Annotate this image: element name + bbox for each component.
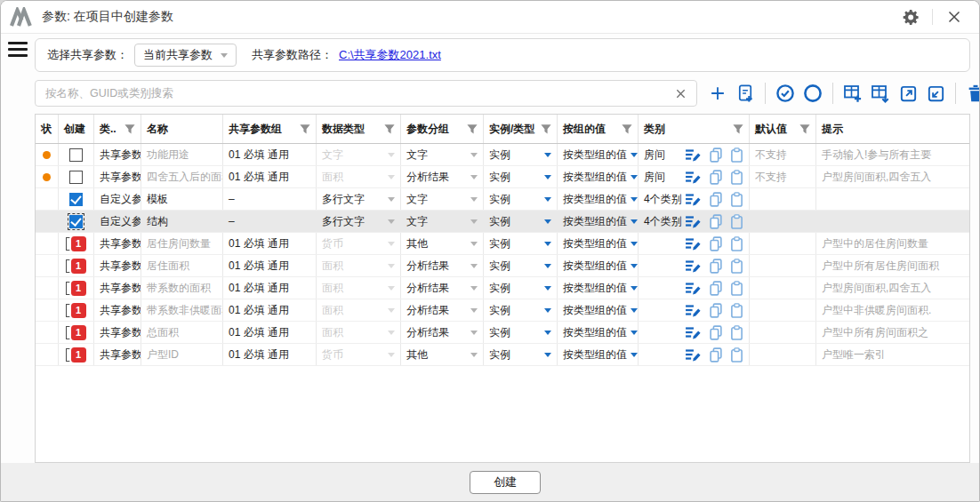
shared-params-path-link[interactable]: C:\共享参数2021.txt xyxy=(339,47,441,63)
param-group-select[interactable]: 分析结果 xyxy=(401,277,484,299)
clear-search-icon[interactable] xyxy=(672,85,688,101)
param-group-select[interactable]: 分析结果 xyxy=(401,166,484,187)
create-checkbox[interactable]: 1 xyxy=(66,236,87,251)
paste-icon[interactable] xyxy=(730,325,743,340)
copy-icon[interactable] xyxy=(709,147,723,163)
filter-icon[interactable] xyxy=(299,124,311,135)
import-icon[interactable] xyxy=(924,82,947,105)
param-group-select[interactable]: 分析结果 xyxy=(401,299,484,321)
table-row[interactable]: 1共享参数居住房间数量01 必填 通用货币其他实例按类型组的值户型中的居住房间数… xyxy=(36,233,969,255)
table-row[interactable]: 1共享参数总面积01 必填 通用面积分析结果实例按类型组的值户型中所有房间面积之 xyxy=(36,322,969,344)
edit-categories-icon[interactable] xyxy=(685,237,702,251)
table-add-icon[interactable] xyxy=(841,82,864,105)
paste-icon[interactable] xyxy=(730,281,743,296)
hamburger-menu-icon[interactable] xyxy=(8,42,28,57)
close-icon[interactable] xyxy=(942,4,967,29)
paste-icon[interactable] xyxy=(730,170,743,185)
paste-icon[interactable] xyxy=(730,303,743,318)
create-checkbox[interactable]: 1 xyxy=(66,347,87,363)
values-by-group-select[interactable]: 按类型组的值 xyxy=(558,144,639,165)
copy-icon[interactable] xyxy=(709,214,723,229)
create-button[interactable]: 创建 xyxy=(470,471,541,494)
values-by-group-select[interactable]: 按类型组的值 xyxy=(558,299,639,321)
paste-icon[interactable] xyxy=(730,192,743,207)
values-by-group-select[interactable]: 按类型组的值 xyxy=(558,166,639,187)
create-checkbox[interactable] xyxy=(69,215,83,228)
export-icon[interactable] xyxy=(896,82,920,105)
paste-icon[interactable] xyxy=(730,147,743,163)
table-row[interactable]: 1共享参数居住面积01 必填 通用面积分析结果实例按类型组的值户型中所有居住房间… xyxy=(36,255,969,277)
param-group-select[interactable]: 其他 xyxy=(401,344,484,365)
instance-type-select[interactable]: 实例 xyxy=(484,166,558,187)
copy-icon[interactable] xyxy=(709,325,723,340)
paste-icon[interactable] xyxy=(730,347,743,363)
data-type-select[interactable]: 多行文字 xyxy=(317,211,401,232)
copy-icon[interactable] xyxy=(709,236,723,251)
table-row[interactable]: 共享参数功能用途01 必填 通用文字文字实例按类型组的值房间不支持手动输入!参与… xyxy=(36,144,969,166)
edit-categories-icon[interactable] xyxy=(685,171,702,184)
edit-categories-icon[interactable] xyxy=(685,348,702,362)
copy-icon[interactable] xyxy=(709,303,723,318)
instance-type-select[interactable]: 实例 xyxy=(484,344,558,365)
instance-type-select[interactable]: 实例 xyxy=(484,211,558,232)
param-group-select[interactable]: 其他 xyxy=(401,233,484,254)
add-from-file-icon[interactable] xyxy=(734,82,757,105)
instance-type-select[interactable]: 实例 xyxy=(484,188,558,210)
table-download-icon[interactable] xyxy=(869,82,892,105)
table-row[interactable]: 自定义参数结构–多行文字文字实例按类型组的值4个类别 xyxy=(36,211,969,233)
edit-categories-icon[interactable] xyxy=(685,304,702,317)
shared-params-select[interactable]: 当前共享参数 xyxy=(134,44,237,67)
create-checkbox[interactable]: 1 xyxy=(66,303,87,318)
table-row[interactable]: 共享参数四舍五入后的面积01 必填 通用面积分析结果实例按类型组的值房间不支持户… xyxy=(36,166,969,188)
values-by-group-select[interactable]: 按类型组的值 xyxy=(558,344,639,365)
values-by-group-select[interactable]: 按类型组的值 xyxy=(558,233,639,254)
instance-type-select[interactable]: 实例 xyxy=(484,144,558,165)
create-checkbox[interactable]: 1 xyxy=(66,281,87,296)
values-by-group-select[interactable]: 按类型组的值 xyxy=(558,322,639,343)
copy-icon[interactable] xyxy=(709,192,723,207)
delete-icon[interactable] xyxy=(964,82,980,105)
filter-icon[interactable] xyxy=(621,124,633,135)
edit-categories-icon[interactable] xyxy=(685,326,702,339)
instance-type-select[interactable]: 实例 xyxy=(484,233,558,254)
create-checkbox[interactable] xyxy=(69,148,83,162)
create-checkbox[interactable]: 1 xyxy=(66,325,87,340)
copy-icon[interactable] xyxy=(709,281,723,296)
values-by-group-select[interactable]: 按类型组的值 xyxy=(558,188,639,210)
create-checkbox[interactable]: 1 xyxy=(66,259,87,274)
filter-icon[interactable] xyxy=(799,124,811,135)
param-group-select[interactable]: 文字 xyxy=(401,188,484,210)
filter-icon[interactable] xyxy=(732,124,744,135)
edit-categories-icon[interactable] xyxy=(685,193,702,206)
instance-type-select[interactable]: 实例 xyxy=(484,299,558,321)
param-group-select[interactable]: 分析结果 xyxy=(401,322,484,343)
copy-icon[interactable] xyxy=(709,170,723,185)
instance-type-select[interactable]: 实例 xyxy=(484,255,558,276)
values-by-group-select[interactable]: 按类型组的值 xyxy=(558,211,639,232)
param-group-select[interactable]: 分析结果 xyxy=(401,255,484,276)
filter-icon[interactable] xyxy=(383,124,396,135)
create-checkbox[interactable] xyxy=(69,171,83,184)
copy-icon[interactable] xyxy=(709,347,723,363)
check-all-icon[interactable] xyxy=(774,82,797,105)
table-row[interactable]: 1共享参数带系数非供暖面积01 必填 通用面积分析结果实例按类型组的值户型中非供… xyxy=(36,299,969,322)
filter-icon[interactable] xyxy=(540,124,552,135)
paste-icon[interactable] xyxy=(730,236,743,251)
table-row[interactable]: 1共享参数户型ID01 必填 通用货币其他实例按类型组的值户型唯一索引 xyxy=(36,344,969,366)
settings-gear-icon[interactable] xyxy=(898,4,923,29)
copy-icon[interactable] xyxy=(709,259,723,274)
edit-categories-icon[interactable] xyxy=(685,259,702,273)
paste-icon[interactable] xyxy=(730,259,743,274)
edit-categories-icon[interactable] xyxy=(685,215,702,228)
param-group-select[interactable]: 文字 xyxy=(401,144,484,165)
values-by-group-select[interactable]: 按类型组的值 xyxy=(558,255,639,276)
table-row[interactable]: 自定义参数模板–多行文字文字实例按类型组的值4个类别 xyxy=(36,188,969,211)
filter-icon[interactable] xyxy=(466,124,478,135)
values-by-group-select[interactable]: 按类型组的值 xyxy=(558,277,639,299)
data-type-select[interactable]: 多行文字 xyxy=(317,188,401,210)
paste-icon[interactable] xyxy=(730,214,743,229)
add-parameter-icon[interactable] xyxy=(706,82,729,105)
uncheck-all-icon[interactable] xyxy=(801,82,824,105)
param-group-select[interactable]: 文字 xyxy=(401,211,484,232)
instance-type-select[interactable]: 实例 xyxy=(484,277,558,299)
